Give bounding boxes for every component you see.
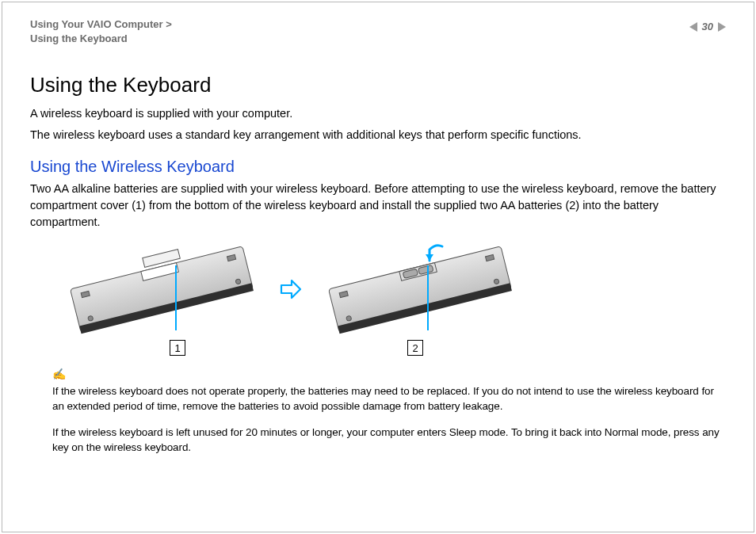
figure-callout-row: 1 2 <box>59 340 726 356</box>
keyboard-illustration-1 <box>59 242 265 337</box>
breadcrumb-line-2: Using the Keyboard <box>30 32 172 46</box>
svg-rect-9 <box>329 246 512 333</box>
note-paragraph-1: If the wireless keyboard does not operat… <box>52 384 726 414</box>
note-icon: ✍ <box>52 367 726 383</box>
page-title: Using the Keyboard <box>30 73 726 97</box>
intro-paragraph-1: A wireless keyboard is supplied with you… <box>30 105 726 122</box>
prev-page-arrow-icon[interactable] <box>689 22 697 32</box>
next-page-arrow-icon[interactable] <box>718 22 726 32</box>
intro-paragraph-2: The wireless keyboard uses a standard ke… <box>30 127 726 143</box>
document-page: Using Your VAIO Computer > Using the Key… <box>0 0 756 534</box>
svg-marker-18 <box>426 254 433 261</box>
note-block: ✍ If the wireless keyboard does not oper… <box>52 367 726 455</box>
page-header: Using Your VAIO Computer > Using the Key… <box>30 17 726 46</box>
keyboard-illustration-2 <box>317 242 523 337</box>
page-number: 30 <box>702 21 713 32</box>
page-navigator: 30 <box>689 21 726 32</box>
callout-label-2: 2 <box>407 340 423 356</box>
callout-label-1: 1 <box>170 340 185 356</box>
breadcrumb: Using Your VAIO Computer > Using the Key… <box>30 17 172 46</box>
figure-row <box>59 242 726 337</box>
section-heading: Using the Wireless Keyboard <box>30 158 726 176</box>
note-paragraph-2: If the wireless keyboard is left unused … <box>52 425 726 456</box>
breadcrumb-line-1: Using Your VAIO Computer > <box>30 17 172 32</box>
section-paragraph: Two AA alkaline batteries are supplied w… <box>30 181 726 231</box>
step-arrow-icon <box>279 277 303 301</box>
